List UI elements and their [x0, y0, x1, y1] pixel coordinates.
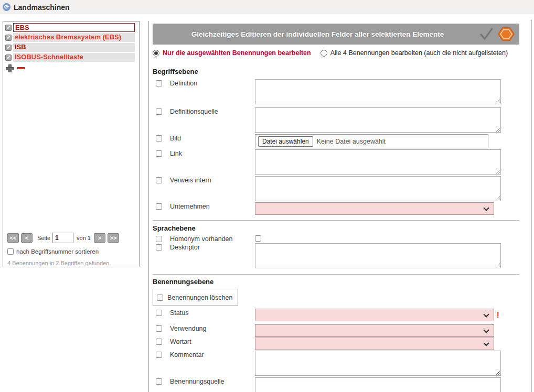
prev-page-button[interactable]: < — [21, 233, 33, 243]
field-row-deskriptor: Deskriptor — [153, 243, 531, 268]
pagination: << < Seite von 1 > >> — [7, 233, 121, 243]
field-checkbox[interactable] — [156, 150, 162, 157]
confirm-check-icon[interactable] — [478, 26, 495, 42]
field-label: Definitionsquelle — [170, 107, 255, 115]
definitionsquelle-textarea[interactable] — [255, 107, 501, 133]
delete-terms-checkbox[interactable] — [157, 295, 163, 301]
list-item: ISB — [3, 42, 139, 52]
field-label: Benennungsquelle — [170, 377, 255, 385]
field-row-bild: Bild Datei auswählen Keine Datei ausgewä… — [153, 134, 531, 148]
field-checkbox[interactable] — [156, 108, 162, 115]
section-title-begriffsebene: Begriffsebene — [153, 68, 531, 75]
sync-icon: ⟳ — [3, 3, 10, 11]
panel-header-title: Gleichzeitiges Editieren der individuell… — [163, 24, 472, 45]
verweis-intern-textarea[interactable] — [255, 176, 501, 201]
term-checkbox[interactable] — [5, 45, 12, 51]
list-item: elektrisches Bremssystem (EBS) — [3, 32, 139, 42]
page-number-input[interactable] — [52, 233, 73, 243]
field-label: Status — [170, 309, 255, 317]
field-row-definition: Definition — [153, 79, 531, 104]
field-row-benennungsquelle: Benennungsquelle — [153, 377, 531, 392]
term-checkbox[interactable] — [5, 25, 12, 31]
sort-label: nach Begriffsnummer sortieren — [16, 248, 99, 255]
term-list-panel: EBS elektrisches Bremssystem (EBS) ISB I… — [3, 21, 140, 267]
wortart-select[interactable] — [255, 337, 494, 350]
field-label: Verweis intern — [170, 176, 255, 184]
field-label: Homonym vorhanden — [170, 235, 255, 243]
chevron-down-icon — [483, 340, 489, 346]
field-row-wortart: Wortart — [153, 337, 531, 350]
field-label: Verwendung — [170, 324, 255, 332]
field-checkbox[interactable] — [156, 310, 162, 316]
term-label[interactable]: EBS — [13, 23, 135, 32]
minus-icon[interactable] — [17, 67, 25, 69]
title-bar: ⟳ Landmaschinen — [0, 0, 534, 14]
field-checkbox[interactable] — [156, 352, 162, 358]
link-textarea[interactable] — [255, 149, 501, 175]
first-page-button[interactable]: << — [7, 233, 19, 243]
panel-right-border — [531, 20, 532, 392]
delete-terms-label: Benennungen löschen — [167, 294, 232, 301]
term-label[interactable]: ISB — [13, 43, 135, 52]
status-select[interactable] — [255, 309, 494, 321]
radio-all-terms[interactable] — [321, 50, 327, 57]
file-status-text: Keine Datei ausgewählt — [317, 138, 386, 145]
term-checkbox[interactable] — [5, 55, 12, 61]
sort-checkbox[interactable] — [7, 248, 14, 255]
homonym-value-checkbox[interactable] — [255, 235, 261, 242]
panel-header: Gleichzeitiges Editieren der individuell… — [153, 24, 519, 45]
chevron-down-icon — [483, 205, 489, 211]
field-checkbox[interactable] — [156, 203, 162, 210]
list-item: EBS — [3, 23, 139, 32]
definition-textarea[interactable] — [255, 79, 501, 104]
page-title: Landmaschinen — [14, 3, 70, 12]
kommentar-textarea[interactable] — [255, 351, 501, 376]
field-row-status: Status ! — [153, 309, 531, 321]
chevron-down-icon — [483, 327, 489, 333]
sort-row: nach Begriffsnummer sortieren — [7, 248, 99, 255]
section-title-benennungsebene: Benennungsebene — [153, 278, 531, 286]
field-checkbox[interactable] — [156, 135, 162, 141]
field-checkbox[interactable] — [156, 244, 162, 251]
section-divider — [153, 274, 519, 275]
unternehmen-select[interactable] — [255, 202, 494, 215]
field-row-unternehmen: Unternehmen — [153, 202, 531, 215]
term-label[interactable]: ISOBUS-Schnelltaste — [13, 53, 135, 62]
last-page-button[interactable]: >> — [108, 233, 119, 243]
benennungsquelle-textarea[interactable] — [255, 377, 501, 392]
field-checkbox[interactable] — [156, 80, 162, 86]
next-page-button[interactable]: > — [94, 233, 105, 243]
radio-label-selected[interactable]: Nur die ausgewählten Benennungen bearbei… — [163, 49, 311, 57]
field-checkbox[interactable] — [156, 236, 162, 242]
file-input: Datei auswählen Keine Datei ausgewählt — [255, 134, 488, 148]
file-select-button[interactable]: Datei auswählen — [258, 136, 313, 147]
deskriptor-textarea[interactable] — [255, 243, 501, 268]
term-checkbox[interactable] — [5, 35, 12, 41]
stop-hexagon-icon[interactable] — [497, 26, 515, 42]
radio-label-all[interactable]: Alle 4 Benennungen bearbeiten (auch die … — [330, 49, 508, 57]
field-checkbox[interactable] — [156, 177, 162, 183]
term-label[interactable]: elektrisches Bremssystem (EBS) — [13, 33, 135, 42]
field-row-kommentar: Kommentar — [153, 351, 531, 376]
edit-mode-options: Nur die ausgewählten Benennungen bearbei… — [153, 49, 531, 57]
field-row-verwendung: Verwendung — [153, 324, 531, 337]
chevron-down-icon — [483, 311, 489, 317]
field-label: Unternehmen — [170, 202, 255, 210]
plus-icon[interactable] — [6, 64, 13, 71]
section-divider — [153, 220, 519, 221]
section-title-sprachebene: Sprachebene — [153, 224, 531, 232]
field-checkbox[interactable] — [156, 378, 162, 385]
field-checkbox[interactable] — [156, 339, 162, 345]
required-marker: ! — [497, 311, 499, 319]
field-label: Bild — [170, 134, 255, 142]
field-label: Definition — [170, 79, 255, 87]
edit-panel: Gleichzeitiges Editieren der individuell… — [149, 21, 531, 392]
field-label: Wortart — [170, 337, 255, 345]
term-list: EBS elektrisches Bremssystem (EBS) ISB I… — [3, 21, 139, 62]
radio-selected-terms[interactable] — [153, 50, 159, 57]
field-row-link: Link — [153, 149, 531, 175]
delete-terms-box: Benennungen löschen — [153, 289, 238, 306]
field-checkbox[interactable] — [156, 325, 162, 332]
verwendung-select[interactable] — [255, 324, 494, 337]
result-summary: 4 Benennungen in 2 Begriffen gefunden. — [7, 260, 111, 266]
